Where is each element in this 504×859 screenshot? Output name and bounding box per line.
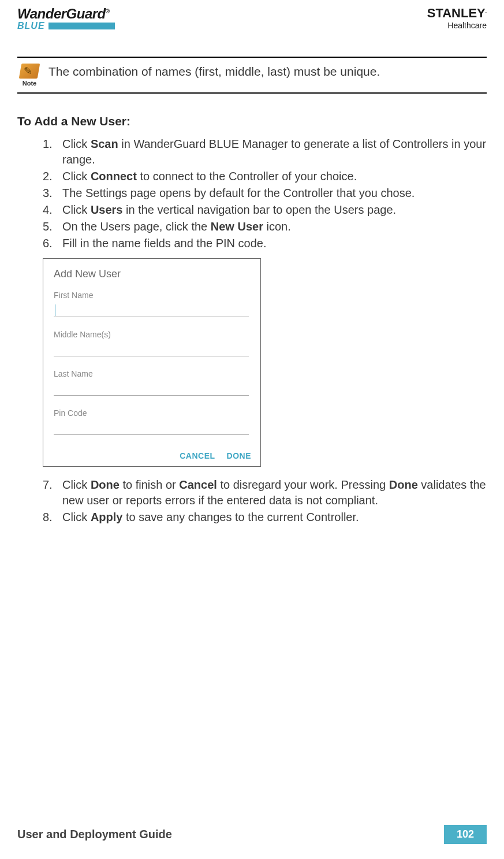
note-text: The combination of names (first, middle,… bbox=[48, 64, 380, 79]
registered-mark: ® bbox=[106, 8, 110, 14]
step-body: The Settings page opens by default for t… bbox=[62, 185, 487, 201]
logo-text: WanderGuard® bbox=[17, 6, 115, 22]
note-callout: Note The combination of names (first, mi… bbox=[17, 57, 487, 94]
add-user-dialog: Add New User First Name Middle Name(s) L… bbox=[43, 258, 261, 467]
note-label: Note bbox=[23, 80, 36, 87]
step-body: Click Scan in WanderGuard BLUE Manager t… bbox=[62, 136, 487, 168]
middle-name-input[interactable] bbox=[54, 344, 249, 356]
footer-guide-title: User and Deployment Guide bbox=[17, 828, 172, 841]
dialog-title: Add New User bbox=[54, 268, 257, 280]
step-item: 7.Click Done to finish or Cancel to disr… bbox=[43, 477, 487, 508]
page-footer: User and Deployment Guide 102 bbox=[17, 825, 487, 847]
steps-list-1: 1.Click Scan in WanderGuard BLUE Manager… bbox=[17, 136, 487, 252]
step-item: 8.Click Apply to save any changes to the… bbox=[43, 510, 487, 525]
steps-list-2: 7.Click Done to finish or Cancel to disr… bbox=[17, 477, 487, 526]
note-icon-wrap: Note bbox=[17, 64, 42, 87]
stanley-logo: STANLEY. Healthcare bbox=[427, 6, 487, 30]
last-name-input[interactable] bbox=[54, 383, 249, 396]
step-body: Click Apply to save any changes to the c… bbox=[62, 510, 487, 525]
first-name-input[interactable] bbox=[54, 304, 249, 317]
step-number: 6. bbox=[43, 236, 62, 251]
pin-code-field: Pin Code bbox=[54, 408, 257, 435]
dialog-button-row: CANCEL DONE bbox=[54, 448, 257, 463]
step-item: 5.On the Users page, click the New User … bbox=[43, 219, 487, 235]
cancel-button[interactable]: CANCEL bbox=[180, 451, 215, 460]
pin-code-input[interactable] bbox=[54, 422, 249, 435]
step-number: 1. bbox=[43, 136, 62, 168]
step-body: Click Done to finish or Cancel to disreg… bbox=[62, 477, 487, 508]
step-number: 7. bbox=[43, 477, 62, 508]
step-number: 8. bbox=[43, 510, 62, 525]
step-number: 3. bbox=[43, 185, 62, 201]
page-number: 102 bbox=[444, 825, 487, 844]
step-item: 2.Click Connect to connect to the Contro… bbox=[43, 169, 487, 184]
step-item: 6.Fill in the name fields and the PIN co… bbox=[43, 236, 487, 251]
step-item: 1.Click Scan in WanderGuard BLUE Manager… bbox=[43, 136, 487, 168]
step-item: 4.Click Users in the vertical navigation… bbox=[43, 202, 487, 218]
logo-top-text: WanderGuard bbox=[17, 6, 106, 21]
logo-blue-text: BLUE bbox=[17, 21, 45, 31]
logo-blue-row: BLUE bbox=[17, 21, 115, 31]
step-number: 2. bbox=[43, 169, 62, 184]
section-heading: To Add a New User: bbox=[17, 114, 487, 128]
page: WanderGuard® BLUE STANLEY. Healthcare No… bbox=[0, 0, 504, 859]
text-cursor bbox=[55, 304, 55, 316]
step-body: Click Connect to connect to the Controll… bbox=[62, 169, 487, 184]
field-label: Middle Name(s) bbox=[54, 330, 257, 339]
logo-blue-bar bbox=[48, 23, 115, 29]
middle-name-field: Middle Name(s) bbox=[54, 330, 257, 356]
wanderguard-logo: WanderGuard® BLUE bbox=[17, 6, 115, 31]
field-label: Pin Code bbox=[54, 408, 257, 418]
stanley-text: STANLEY. bbox=[427, 6, 487, 21]
step-body: Click Users in the vertical navigation b… bbox=[62, 202, 487, 218]
first-name-field: First Name bbox=[54, 291, 257, 317]
last-name-field: Last Name bbox=[54, 369, 257, 396]
step-number: 5. bbox=[43, 219, 62, 235]
step-body: On the Users page, click the New User ic… bbox=[62, 219, 487, 235]
step-body: Fill in the name fields and the PIN code… bbox=[62, 236, 487, 251]
field-label: Last Name bbox=[54, 369, 257, 378]
healthcare-text: Healthcare bbox=[427, 21, 487, 30]
step-item: 3.The Settings page opens by default for… bbox=[43, 185, 487, 201]
step-number: 4. bbox=[43, 202, 62, 218]
field-label: First Name bbox=[54, 291, 257, 300]
page-header: WanderGuard® BLUE STANLEY. Healthcare bbox=[17, 6, 487, 35]
note-pencil-icon bbox=[19, 64, 40, 79]
done-button[interactable]: DONE bbox=[227, 451, 251, 460]
